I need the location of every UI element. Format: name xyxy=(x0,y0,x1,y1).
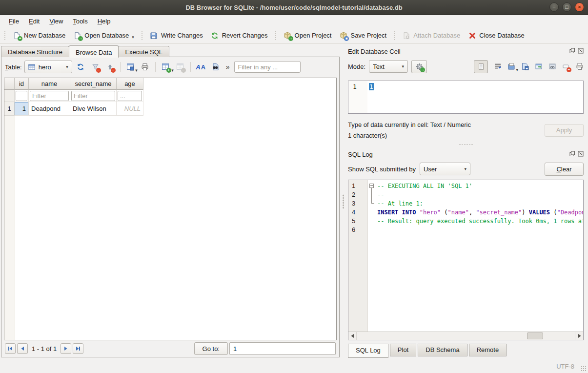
set-null-icon[interactable]: − xyxy=(562,62,570,71)
toolbar-separator xyxy=(155,62,156,72)
toolbar-overflow-chevron[interactable]: » xyxy=(224,63,232,71)
tab-plot[interactable]: Plot xyxy=(390,344,416,356)
global-filter-input[interactable] xyxy=(234,61,301,73)
row-number[interactable]: 1 xyxy=(4,102,15,116)
column-header-age[interactable]: age xyxy=(117,78,143,90)
cell-secret-name[interactable]: Dive Wilson xyxy=(70,102,117,116)
open-project-button[interactable]: → Open Project xyxy=(280,29,336,41)
scroll-right-icon[interactable] xyxy=(575,332,583,340)
refresh-button[interactable] xyxy=(75,61,87,73)
previous-page-button[interactable] xyxy=(17,343,28,354)
menu-edit[interactable]: Edit xyxy=(24,16,44,27)
first-page-button[interactable] xyxy=(5,343,16,354)
find-in-table-button[interactable] xyxy=(209,61,222,73)
filter-input-secret-name[interactable]: Filter xyxy=(71,91,115,101)
word-wrap-icon[interactable] xyxy=(493,62,502,71)
toolbar-separator xyxy=(394,31,395,40)
toolbar-separator xyxy=(275,31,276,40)
tab-database-structure[interactable]: Database Structure xyxy=(1,46,69,57)
grid-corner[interactable] xyxy=(4,78,15,90)
sql-log-view[interactable]: 1 2 3 4 5 6 -- EXECUTING ALL IN 'SQL 1' … xyxy=(348,180,584,340)
revert-changes-icon xyxy=(211,31,219,40)
table-select[interactable]: hero ▾ xyxy=(24,61,72,73)
open-database-dropdown-icon[interactable]: ▾ xyxy=(132,35,134,40)
external-edit-gear-icon: → xyxy=(415,62,424,71)
editor-content[interactable]: 1 xyxy=(369,83,374,90)
open-database-icon: → xyxy=(73,31,81,40)
menu-help[interactable]: Help xyxy=(93,16,116,27)
external-edit-button[interactable]: → xyxy=(411,60,427,73)
print-table-button[interactable] xyxy=(139,61,151,73)
cell-name[interactable]: Deadpond xyxy=(29,102,70,116)
text-mode-toggle[interactable] xyxy=(474,60,488,73)
revert-changes-button[interactable]: Revert Changes xyxy=(207,29,272,41)
cell-id[interactable]: 1 xyxy=(15,102,29,116)
cell-type-info: Type of data currently in cell: Text / N… xyxy=(348,120,545,130)
maximize-icon[interactable]: □ xyxy=(562,2,571,12)
tab-remote[interactable]: Remote xyxy=(469,344,507,356)
sql-log-line-numbers: 1 2 3 4 5 6 xyxy=(348,180,368,332)
grid-empty-area xyxy=(4,116,336,340)
delete-record-button: − xyxy=(174,61,186,73)
clear-sort-button[interactable]: − xyxy=(104,61,116,73)
attach-database-icon xyxy=(402,31,410,40)
close-database-button[interactable]: Close Database xyxy=(464,29,528,41)
horizontal-scrollbar[interactable] xyxy=(348,332,583,340)
clear-log-button[interactable]: Clear xyxy=(545,163,584,176)
fold-collapse-icon[interactable] xyxy=(369,184,374,188)
dock-splitter[interactable] xyxy=(348,141,584,147)
print-cell-icon[interactable] xyxy=(575,62,584,71)
sql-log-code: -- EXECUTING ALL IN 'SQL 1' -- -- At lin… xyxy=(376,180,583,332)
column-header-id[interactable]: id xyxy=(15,78,29,90)
close-icon[interactable]: × xyxy=(575,2,584,12)
last-page-button[interactable] xyxy=(73,343,83,354)
dock-float-icon[interactable] xyxy=(569,48,575,55)
next-page-button[interactable] xyxy=(61,343,71,354)
tab-execute-sql[interactable]: Execute SQL xyxy=(118,46,169,57)
dock-float-icon[interactable] xyxy=(569,151,575,158)
write-changes-button[interactable]: Write Changes xyxy=(146,29,207,41)
goto-input[interactable] xyxy=(229,342,336,355)
goto-button[interactable]: Go to: xyxy=(194,342,228,355)
new-database-button[interactable]: + New Database xyxy=(9,29,69,41)
cell-editor[interactable]: 1 1 xyxy=(348,81,584,114)
menu-file[interactable]: File xyxy=(4,16,24,27)
column-header-secret-name[interactable]: secret_name xyxy=(70,78,117,90)
export-text-icon[interactable] xyxy=(521,62,529,71)
scroll-left-icon[interactable] xyxy=(348,332,357,340)
attach-database-button: Attach Database xyxy=(398,29,464,41)
filter-input-id[interactable] xyxy=(16,91,27,101)
filter-input-age[interactable]: ... xyxy=(118,91,142,101)
minimize-icon[interactable]: − xyxy=(549,2,559,12)
tab-browse-data[interactable]: Browse Data xyxy=(69,45,119,58)
scrollbar-thumb[interactable] xyxy=(527,332,543,339)
copy-link-icon[interactable] xyxy=(548,62,556,71)
edit-cell-dock-header: Edit Database Cell xyxy=(348,45,584,57)
save-table-button[interactable]: ▾ xyxy=(124,61,137,73)
mode-label: Mode: xyxy=(348,63,365,70)
encoding-label[interactable]: UTF-8 xyxy=(556,363,574,370)
mode-select[interactable]: Text ▾ xyxy=(369,60,408,73)
clear-filters-button[interactable]: − xyxy=(89,61,101,73)
open-external-icon[interactable] xyxy=(534,62,543,71)
document-tabs: Database Structure Browse Data Execute S… xyxy=(0,44,342,57)
save-project-button[interactable]: ■ Save Project xyxy=(335,29,390,41)
import-text-icon[interactable]: ▾ xyxy=(507,62,515,71)
dock-close-icon[interactable] xyxy=(578,151,584,158)
cell-age[interactable]: NULL xyxy=(117,102,143,116)
filter-input-name[interactable]: Filter xyxy=(30,91,69,101)
sql-log-source-select[interactable]: User ▾ xyxy=(420,163,470,175)
resize-grip[interactable] xyxy=(581,366,587,372)
column-header-name[interactable]: name xyxy=(29,78,70,90)
menu-view[interactable]: View xyxy=(44,16,68,27)
code-fold-column[interactable] xyxy=(368,180,376,332)
font-settings-button[interactable]: AA xyxy=(195,61,207,73)
dock-close-icon[interactable] xyxy=(578,48,584,55)
new-record-button[interactable]: + ▾ xyxy=(160,61,172,73)
chevron-down-icon: ▾ xyxy=(171,68,174,73)
open-database-button[interactable]: → Open Database ▾ xyxy=(69,29,138,41)
menu-tools[interactable]: Tools xyxy=(68,16,92,27)
toolbar-separator xyxy=(190,62,191,72)
tab-db-schema[interactable]: DB Schema xyxy=(418,344,467,356)
tab-sql-log[interactable]: SQL Log xyxy=(348,344,388,358)
